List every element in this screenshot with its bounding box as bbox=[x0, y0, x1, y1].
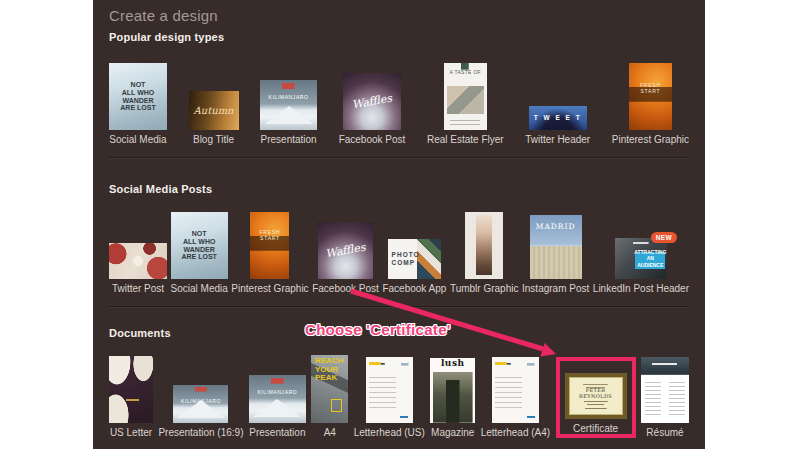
card-inner: PHOTO COMPFacebook App bbox=[382, 239, 446, 294]
design-type-label: Real Estate Flyer bbox=[427, 134, 504, 145]
design-type-label: Presentation bbox=[261, 134, 317, 145]
pinterest-graphic-thumbnail: FRESH START bbox=[250, 212, 289, 279]
tumblr-graphic-thumbnail bbox=[465, 212, 503, 279]
card-inner: NOT ALL WHO WANDER ARE LOSTSocial Media bbox=[109, 63, 167, 145]
design-type-presentation[interactable]: KILIMANJAROPresentation bbox=[249, 375, 306, 438]
twitter-post-thumbnail bbox=[109, 243, 167, 279]
design-type-label: Pinterest Graphic bbox=[231, 283, 308, 294]
card-inner: FRESH STARTPinterest Graphic bbox=[612, 63, 689, 145]
design-type-r-sum[interactable]: Résumé bbox=[641, 357, 689, 438]
design-type-label: Twitter Post bbox=[112, 283, 164, 294]
design-type-blog-title[interactable]: AutumnBlog Title bbox=[189, 91, 239, 145]
design-type-facebook-app[interactable]: PHOTO COMPFacebook App bbox=[382, 239, 446, 294]
card-inner: T W E E TTwitter Header bbox=[525, 106, 590, 145]
design-type-twitter-header[interactable]: T W E E TTwitter Header bbox=[525, 106, 590, 145]
card-inner: KILIMANJAROPresentation bbox=[260, 80, 317, 145]
presentation-thumbnail: KILIMANJARO bbox=[249, 375, 306, 423]
a4-thumbnail: REACH YOUR PEAK bbox=[311, 355, 348, 423]
thumbnail-text: KILIMANJARO bbox=[260, 80, 317, 130]
documents-row: US LetterKILIMANJAROPresentation (16:9)K… bbox=[109, 355, 689, 438]
social-media-posts-row: Twitter PostNOT ALL WHO WANDER ARE LOSTS… bbox=[109, 212, 689, 294]
design-type-label: Pinterest Graphic bbox=[612, 134, 689, 145]
card-inner: WafflesFacebook Post bbox=[312, 222, 379, 294]
design-type-label: Letterhead (A4) bbox=[481, 427, 551, 438]
page-title: Create a design bbox=[109, 7, 218, 24]
certificate-highlight-box: PETER REYNOLDSCertificate bbox=[556, 357, 636, 438]
thumbnail-text: KILIMANJARO bbox=[249, 375, 306, 423]
design-type-pinterest-graphic[interactable]: FRESH STARTPinterest Graphic bbox=[612, 63, 689, 145]
design-type-tumblr-graphic[interactable]: Tumblr Graphic bbox=[450, 212, 519, 294]
design-type-label: Social Media bbox=[109, 134, 166, 145]
thumbnail-text: lush bbox=[430, 358, 475, 423]
design-type-label: Instagram Post bbox=[522, 283, 589, 294]
design-type-certificate[interactable]: PETER REYNOLDSCertificate bbox=[556, 357, 636, 438]
section-heading-documents: Documents bbox=[109, 327, 171, 339]
presentation-thumbnail: KILIMANJARO bbox=[260, 80, 317, 130]
design-type-instagram-post[interactable]: MADRIDInstagram Post bbox=[522, 215, 589, 294]
new-badge: NEW bbox=[651, 232, 677, 243]
blog-title-thumbnail: Autumn bbox=[189, 91, 239, 130]
certificate-thumbnail: PETER REYNOLDS bbox=[565, 373, 627, 419]
social-media-thumbnail: NOT ALL WHO WANDER ARE LOST bbox=[109, 63, 167, 130]
design-type-a4[interactable]: REACH YOUR PEAKA4 bbox=[311, 355, 348, 438]
design-type-label: Twitter Header bbox=[525, 134, 590, 145]
facebook-post-thumbnail: Waffles bbox=[343, 73, 401, 130]
design-type-label: Certificate bbox=[573, 423, 618, 434]
thumbnail-text: Waffles bbox=[338, 68, 405, 134]
design-type-linkedin-post-header[interactable]: ATTRACTING AN AUDIENCENEWLinkedIn Post H… bbox=[593, 238, 689, 294]
thumbnail-text: NOT ALL WHO WANDER ARE LOST bbox=[109, 63, 167, 130]
design-type-label: Facebook Post bbox=[312, 283, 379, 294]
design-type-pinterest-graphic[interactable]: FRESH STARTPinterest Graphic bbox=[231, 212, 308, 294]
thumbnail-text: FRESH START bbox=[629, 63, 672, 130]
card-inner: A TASTE OFReal Estate Flyer bbox=[427, 63, 504, 145]
card-inner: ATTRACTING AN AUDIENCENEWLinkedIn Post H… bbox=[593, 238, 689, 294]
card-inner: lushMagazine bbox=[430, 358, 475, 438]
card-inner: REACH YOUR PEAKA4 bbox=[311, 355, 348, 438]
magazine-thumbnail: lush bbox=[430, 358, 475, 423]
design-type-twitter-post[interactable]: Twitter Post bbox=[109, 243, 167, 294]
thumbnail-text: PETER REYNOLDS bbox=[569, 377, 623, 415]
real-estate-flyer-thumbnail: A TASTE OF bbox=[444, 63, 487, 130]
design-type-label: Magazine bbox=[431, 427, 474, 438]
linkedin-post-header-thumbnail: ATTRACTING AN AUDIENCENEW bbox=[615, 238, 667, 279]
design-type-label: Tumblr Graphic bbox=[450, 283, 519, 294]
instagram-post-thumbnail: MADRID bbox=[530, 215, 582, 279]
thumbnail-text: T W E E T bbox=[529, 106, 587, 130]
design-type-letterhead-us[interactable]: Letterhead (US) bbox=[354, 357, 425, 438]
design-type-label: Presentation (16:9) bbox=[158, 427, 243, 438]
design-type-label: Blog Title bbox=[193, 134, 234, 145]
design-type-magazine[interactable]: lushMagazine bbox=[430, 358, 475, 438]
design-type-real-estate-flyer[interactable]: A TASTE OFReal Estate Flyer bbox=[427, 63, 504, 145]
popular-design-types-row: NOT ALL WHO WANDER ARE LOSTSocial MediaA… bbox=[109, 63, 689, 145]
thumbnail-text: NOT ALL WHO WANDER ARE LOST bbox=[171, 212, 228, 279]
design-type-label: Facebook App bbox=[382, 283, 446, 294]
design-type-social-media[interactable]: NOT ALL WHO WANDER ARE LOSTSocial Media bbox=[109, 63, 167, 145]
twitter-header-thumbnail: T W E E T bbox=[529, 106, 587, 130]
design-type-us-letter[interactable]: US Letter bbox=[109, 356, 153, 438]
create-design-panel: Create a design Popular design types NOT… bbox=[93, 0, 705, 449]
design-type-presentation[interactable]: KILIMANJAROPresentation bbox=[260, 80, 317, 145]
card-inner: Letterhead (US) bbox=[354, 357, 425, 438]
design-type-facebook-post[interactable]: WafflesFacebook Post bbox=[312, 222, 379, 294]
thumbnail-text: MADRID bbox=[530, 215, 582, 279]
design-type-label: A4 bbox=[324, 427, 336, 438]
facebook-app-thumbnail: PHOTO COMP bbox=[388, 239, 441, 279]
pinterest-graphic-thumbnail: FRESH START bbox=[629, 63, 672, 130]
design-type-social-media[interactable]: NOT ALL WHO WANDER ARE LOSTSocial Media bbox=[171, 212, 228, 294]
design-type-presentation-16-9[interactable]: KILIMANJAROPresentation (16:9) bbox=[158, 385, 243, 438]
card-inner: WafflesFacebook Post bbox=[339, 73, 406, 145]
card-inner: NOT ALL WHO WANDER ARE LOSTSocial Media bbox=[171, 212, 228, 294]
thumbnail-text: Autumn bbox=[189, 91, 239, 130]
design-type-facebook-post[interactable]: WafflesFacebook Post bbox=[339, 73, 406, 145]
design-type-label: Résumé bbox=[646, 427, 683, 438]
r-sum-thumbnail bbox=[641, 357, 689, 423]
section-divider bbox=[109, 306, 689, 307]
design-type-letterhead-a4[interactable]: Letterhead (A4) bbox=[481, 357, 551, 438]
thumbnail-text: REACH YOUR PEAK bbox=[311, 355, 348, 423]
design-type-label: Presentation bbox=[249, 427, 305, 438]
letterhead-a4-thumbnail bbox=[492, 357, 539, 423]
section-heading-popular-design-types: Popular design types bbox=[109, 31, 224, 43]
presentation-16-9-thumbnail: KILIMANJARO bbox=[173, 385, 228, 423]
card-inner: KILIMANJAROPresentation bbox=[249, 375, 306, 438]
thumbnail-text: Waffles bbox=[314, 218, 378, 284]
